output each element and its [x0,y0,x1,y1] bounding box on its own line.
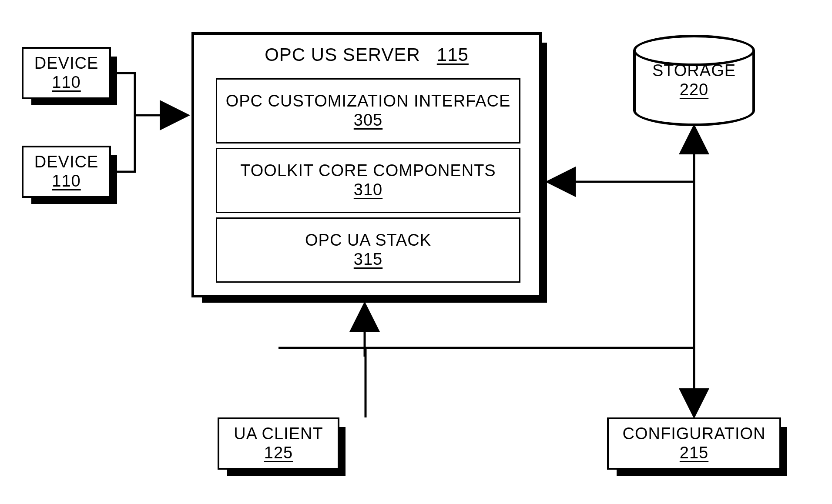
storage-num: 220 [680,80,708,100]
configuration-box: CONFIGURATION 215 [607,417,781,470]
inner-3-label: OPC UA STACK [305,231,431,250]
device-2-label: DEVICE [34,153,98,172]
storage-cylinder: STORAGE 220 [633,35,755,126]
inner-box-2: TOOLKIT CORE COMPONENTS 310 [216,148,520,213]
inner-box-3: OPC UA STACK 315 [216,217,520,283]
device-box-2: DEVICE 110 [22,146,111,198]
configuration-num: 215 [680,444,708,463]
inner-3-num: 315 [354,250,382,269]
inner-1-label: OPC CUSTOMIZATION INTERFACE [226,92,511,111]
device-1-label: DEVICE [34,54,98,73]
server-title-name: OPC US SERVER [265,44,420,65]
configuration-label: CONFIGURATION [623,424,766,444]
device-1-num: 110 [52,73,81,92]
device-box-1: DEVICE 110 [22,47,111,99]
ua-client-box: UA CLIENT 125 [218,417,339,470]
device-2-num: 110 [52,172,81,191]
server-title: OPC US SERVER 115 [194,44,539,65]
inner-2-label: TOOLKIT CORE COMPONENTS [240,161,496,180]
inner-1-num: 305 [354,111,382,130]
inner-box-1: OPC CUSTOMIZATION INTERFACE 305 [216,78,520,144]
server-box: OPC US SERVER 115 OPC CUSTOMIZATION INTE… [191,32,542,297]
inner-2-num: 310 [354,180,382,200]
ua-client-num: 125 [264,444,293,463]
server-title-num: 115 [437,44,469,65]
ua-client-label: UA CLIENT [234,424,323,444]
